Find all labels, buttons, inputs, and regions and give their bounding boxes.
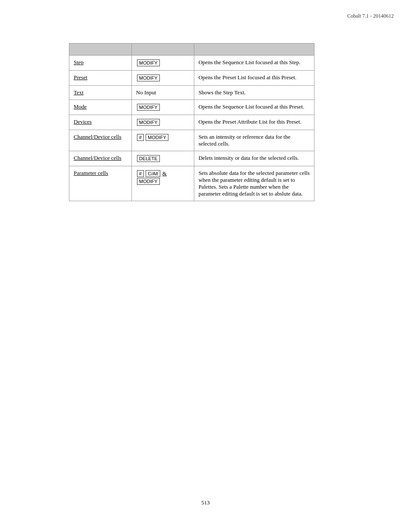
table-row: PresetMODIFYOpens the Preset List focuse… [69,71,314,86]
row-description: Opens the Preset Attribute List for this… [194,115,314,130]
key-box: # [137,170,144,177]
key-box: MODIFY [137,75,160,81]
label-text: Step [74,59,84,65]
row-description: Opens the Preset List focused at this Pr… [194,71,314,86]
row-input: No Input [131,86,194,100]
row-input: DELETE [131,151,194,166]
key-box: MODIFY [137,59,160,66]
row-input: #C/Alt&MODIFY [131,166,194,201]
row-label: Channel/Device cells [69,130,132,151]
key-box: C/Alt [146,170,160,177]
row-label: Text [69,86,132,100]
table-row: Channel/Device cells#MODIFYSets an inten… [69,130,314,151]
col-header-1 [69,44,132,56]
key-box: MODIFY [146,134,168,141]
table-row: Channel/Device cellsDELETEDelets intensi… [69,151,314,166]
row-description: Opens the Sequence List focused at this … [194,100,314,115]
table-row: TextNo InputShows the Step Text. [69,86,314,100]
row-description: Shows the Step Text. [194,86,314,100]
underline-key: & [162,170,167,177]
row-label: Parameter cells [69,166,132,201]
row-label: Mode [69,100,132,115]
key-box: DELETE [137,155,160,162]
row-label: Step [69,56,132,71]
row-description: Sets absolute data for the selected para… [194,166,314,201]
col-header-2 [131,44,194,56]
row-label: Devices [69,115,132,130]
table-header-row [69,44,314,56]
row-description: Delets intensity or data for the selecte… [194,151,314,166]
row-description: Sets an intensity or reference data for … [194,130,314,151]
page-number: 513 [201,499,210,506]
row-input: MODIFY [131,56,194,71]
page-footer: 513 [0,499,411,506]
reference-table: StepMODIFYOpens the Sequence List focuse… [69,43,314,201]
label-text: Channel/Device cells [74,155,121,161]
row-input: MODIFY [131,100,194,115]
row-description: Opens the Sequence List focused at this … [194,56,314,71]
page-content: StepMODIFYOpens the Sequence List focuse… [0,0,411,227]
label-text: Mode [74,103,87,110]
label-text: Preset [74,74,87,81]
col-header-3 [194,44,314,56]
row-input: #MODIFY [131,130,194,151]
key-box: MODIFY [137,178,160,185]
key-box: MODIFY [137,119,160,126]
label-text: Text [74,89,84,96]
table-row: Parameter cells#C/Alt&MODIFYSets absolut… [69,166,314,201]
version-label: Cobalt 7.1 - 20140612 [347,13,394,19]
table-row: DevicesMODIFYOpens the Preset Attribute … [69,115,314,130]
table-row: ModeMODIFYOpens the Sequence List focuse… [69,100,314,115]
row-input: MODIFY [131,115,194,130]
key-box: # [137,134,144,141]
row-input: MODIFY [131,71,194,86]
label-text: Channel/Device cells [74,134,121,140]
row-label: Preset [69,71,132,86]
row-label: Channel/Device cells [69,151,132,166]
table-row: StepMODIFYOpens the Sequence List focuse… [69,56,314,71]
no-input-label: No Input [136,89,156,96]
label-text: Devices [74,118,92,125]
label-text: Parameter cells [74,170,108,176]
key-box: MODIFY [137,104,160,111]
